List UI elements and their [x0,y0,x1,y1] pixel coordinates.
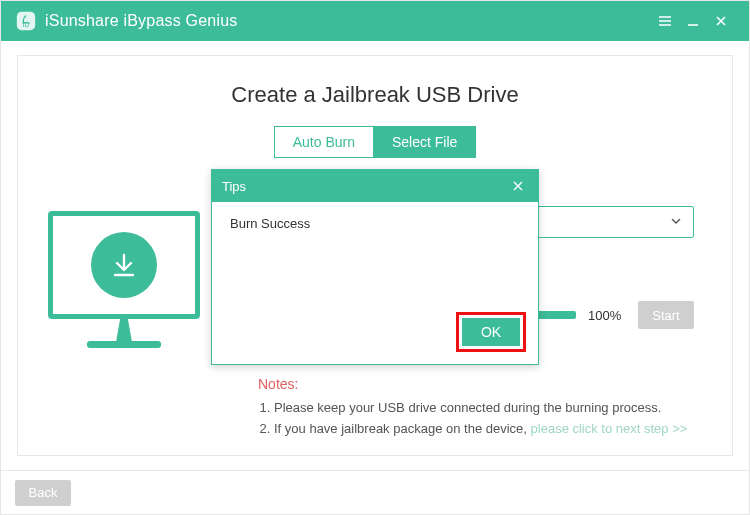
notes-section: Notes: Please keep your USB drive connec… [258,376,692,440]
notes-line-2-text: If you have jailbreak package on the dev… [274,421,531,436]
notes-line-2: If you have jailbreak package on the dev… [274,419,692,440]
dialog-title: Tips [222,179,246,194]
next-step-link[interactable]: please click to next step >> [531,421,688,436]
chevron-down-icon [669,214,683,232]
footer-bar: Back [1,470,749,514]
dialog-message: Burn Success [212,202,538,245]
minimize-icon[interactable] [679,7,707,35]
progress-percent: 100% [588,308,626,323]
svg-text:ID: ID [23,21,30,28]
ok-highlight: OK [456,312,526,352]
notes-line-1: Please keep your USB drive connected dur… [274,398,692,419]
title-bar: ID iSunshare iBypass Genius [1,1,749,41]
dialog-close-icon[interactable] [508,176,528,196]
notes-title: Notes: [258,376,692,392]
app-title: iSunshare iBypass Genius [45,12,237,30]
close-icon[interactable] [707,7,735,35]
download-icon [91,232,157,298]
page-title: Create a Jailbreak USB Drive [18,82,732,108]
app-logo-icon: ID [15,10,37,32]
menu-icon[interactable] [651,7,679,35]
back-button[interactable]: Back [15,480,71,506]
monitor-illustration [48,211,200,348]
ok-button[interactable]: OK [462,318,520,346]
tab-auto-burn[interactable]: Auto Burn [274,126,374,158]
tabs: Auto Burn Select File [18,126,732,158]
tips-dialog: Tips Burn Success OK [211,169,539,365]
dialog-titlebar: Tips [212,170,538,202]
tab-select-file[interactable]: Select File [374,126,476,158]
start-button[interactable]: Start [638,301,694,329]
